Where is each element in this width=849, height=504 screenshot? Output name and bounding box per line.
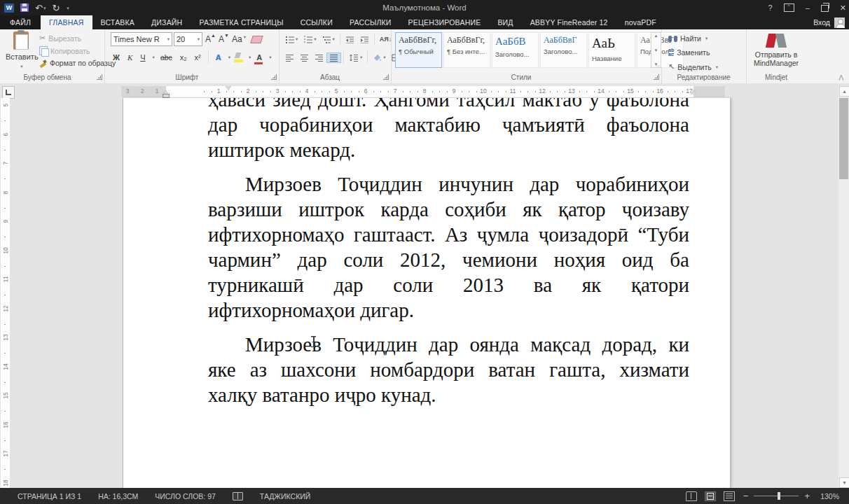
minimize-button[interactable]: – bbox=[806, 4, 810, 12]
copy-button[interactable]: Копировать bbox=[39, 46, 116, 55]
print-layout-icon[interactable] bbox=[705, 492, 715, 500]
font-name-combobox[interactable]: Times New R▾ bbox=[111, 32, 172, 46]
bold-button[interactable]: Ж bbox=[111, 52, 122, 62]
text-line[interactable]: ҳаваси зиёд дошт. Ҳангоми таҳсил мактаб … bbox=[208, 98, 689, 112]
undo-dropdown-icon[interactable]: ▾ bbox=[43, 6, 46, 10]
style-item-3[interactable]: АаБбВвГЗаголово... bbox=[540, 32, 587, 68]
scroll-down-icon[interactable]: ▼ bbox=[839, 477, 849, 488]
increase-indent-button[interactable] bbox=[358, 35, 371, 44]
scrollbar-thumb[interactable] bbox=[839, 98, 848, 179]
text-line[interactable]: Мирзоев Тоҷиддин инчунин дар чорабиниҳои bbox=[208, 172, 689, 197]
text-line[interactable]: иштирок мекард. bbox=[208, 137, 689, 162]
highlight-color-button[interactable] bbox=[234, 52, 244, 62]
ribbon-tab-0[interactable]: ФАЙЛ bbox=[0, 15, 41, 29]
clipboard-dialog-launcher[interactable] bbox=[97, 74, 102, 80]
text-line[interactable]: ифтихорномаҳо гаштааст. Аз ҷумла ҷоизадо… bbox=[208, 222, 689, 247]
ribbon-tab-7[interactable]: РЕЦЕНЗИРОВАНИЕ bbox=[400, 15, 490, 29]
grow-font-button[interactable]: А▲ bbox=[205, 34, 216, 44]
ribbon-tab-6[interactable]: РАССЫЛКИ bbox=[341, 15, 400, 29]
paste-button[interactable]: Вставить ▾ bbox=[6, 31, 36, 75]
text-line[interactable]: турникашӣ дар соли 2013 ва як қатори bbox=[208, 272, 689, 298]
text-line[interactable]: чармин” дар соли 2012, чемиони ноҳия оид… bbox=[208, 247, 689, 272]
shading-button[interactable]: ▾ bbox=[371, 53, 387, 62]
ribbon-tab-1[interactable]: ГЛАВНАЯ bbox=[41, 15, 92, 29]
web-layout-icon[interactable] bbox=[724, 491, 735, 501]
send-to-mindmanager-button[interactable]: Отправить в MindManager bbox=[750, 32, 803, 73]
superscript-button[interactable]: x² bbox=[193, 52, 203, 62]
ribbon-tab-5[interactable]: ССЫЛКИ bbox=[292, 15, 341, 29]
undo-button[interactable]: ↶▾ bbox=[35, 4, 46, 13]
restore-button[interactable] bbox=[821, 5, 829, 12]
tab-stop-selector[interactable] bbox=[2, 86, 15, 99]
zoom-level[interactable]: 130% bbox=[818, 492, 839, 500]
paragraph-dialog-launcher[interactable] bbox=[383, 74, 389, 80]
page-indicator[interactable]: СТРАНИЦА 1 ИЗ 1 bbox=[18, 492, 81, 500]
zoom-in-button[interactable]: + bbox=[804, 491, 810, 500]
zoom-slider[interactable]: − + bbox=[743, 491, 810, 500]
word-count-indicator[interactable]: ЧИСЛО СЛОВ: 97 bbox=[155, 492, 216, 500]
select-button[interactable]: ↖ Выделить▾ bbox=[668, 62, 718, 71]
styles-dialog-launcher[interactable] bbox=[654, 74, 659, 80]
style-item-4[interactable]: АаЬНазвание bbox=[588, 32, 635, 68]
zoom-track[interactable] bbox=[754, 496, 799, 496]
ribbon-tab-4[interactable]: РАЗМЕТКА СТРАНИЦЫ bbox=[191, 15, 291, 29]
zoom-out-button[interactable]: − bbox=[743, 491, 749, 500]
align-right-button[interactable] bbox=[312, 53, 326, 62]
help-button[interactable]: ? bbox=[768, 4, 773, 12]
bullets-button[interactable]: ▾ bbox=[283, 35, 300, 44]
language-indicator[interactable]: ТАДЖИКСКИЙ bbox=[260, 492, 311, 500]
find-button[interactable]: Найти▾ bbox=[668, 34, 708, 43]
document-text[interactable]: ҳаваси зиёд дошт. Ҳангоми таҳсил мактаб … bbox=[208, 98, 689, 407]
line-spacing-button[interactable]: ▾ bbox=[347, 53, 364, 62]
font-size-combobox[interactable]: 20▾ bbox=[174, 32, 202, 46]
gallery-more-icon[interactable]: ▼̲ bbox=[654, 62, 658, 66]
ribbon-tab-8[interactable]: ВИД bbox=[489, 15, 521, 29]
style-item-2[interactable]: АаБбВЗаголово... bbox=[492, 32, 539, 68]
style-item-0[interactable]: АаБбВвГг,¶ Обычный bbox=[395, 32, 442, 68]
replace-button[interactable]: abас Заменить bbox=[668, 48, 710, 57]
styles-gallery-scroll[interactable]: ▲ ▼ ▼̲ bbox=[651, 32, 661, 68]
text-line[interactable]: халқу ватанро иҷро кунад. bbox=[208, 382, 689, 407]
text-line[interactable]: яке аз шахсони номбардори ватан гашта, х… bbox=[208, 357, 689, 382]
numbering-button[interactable]: ▾ bbox=[301, 35, 318, 44]
ribbon-display-options-button[interactable]: ^ bbox=[784, 4, 794, 12]
strikethrough-button[interactable]: abc bbox=[158, 52, 174, 62]
sign-in[interactable]: Вход bbox=[813, 15, 845, 29]
redo-button[interactable]: ↻ bbox=[52, 4, 60, 13]
change-case-button[interactable]: Аа▾ bbox=[232, 34, 246, 44]
zoom-thumb[interactable] bbox=[778, 492, 780, 500]
save-button[interactable] bbox=[20, 4, 29, 12]
clear-formatting-button[interactable] bbox=[250, 36, 263, 43]
shrink-font-button[interactable]: А▼ bbox=[219, 34, 229, 44]
cut-button[interactable]: ✂ Вырезать bbox=[39, 34, 116, 43]
scroll-up-icon[interactable]: ▲ bbox=[839, 86, 849, 97]
collapse-ribbon-button[interactable]: ⋀ bbox=[838, 74, 843, 80]
italic-button[interactable]: К bbox=[125, 52, 134, 62]
align-left-button[interactable] bbox=[283, 53, 296, 62]
document-page[interactable]: ҳаваси зиёд дошт. Ҳангоми таҳсил мактаб … bbox=[123, 98, 731, 488]
align-center-button[interactable] bbox=[298, 53, 311, 62]
vertical-scrollbar[interactable]: ▲ ▼ bbox=[838, 86, 849, 488]
ribbon-tab-2[interactable]: ВСТАВКА bbox=[92, 15, 143, 29]
gallery-down-icon[interactable]: ▼ bbox=[654, 48, 658, 52]
horizontal-ruler[interactable]: 3211234567891011121314151617 bbox=[121, 86, 725, 97]
first-line-indent-marker[interactable] bbox=[226, 86, 231, 90]
justify-button[interactable] bbox=[327, 53, 340, 62]
text-line[interactable]: ифтихорномаҳои дигар. bbox=[208, 298, 689, 323]
close-button[interactable]: ✕ bbox=[840, 4, 846, 12]
ribbon-tab-9[interactable]: ABBYY FineReader 12 bbox=[522, 15, 616, 29]
underline-button[interactable]: Ч bbox=[138, 52, 147, 62]
underline-dropdown-icon[interactable]: ▾ bbox=[153, 55, 155, 60]
customize-qat-button[interactable]: ▾ bbox=[66, 6, 69, 10]
vertical-ruler[interactable]: 56789101112131415161718 bbox=[1, 98, 10, 488]
text-line[interactable]: Мирзоев Тоҷиддин дар оянда мақсад дорад,… bbox=[208, 332, 689, 357]
format-painter-button[interactable]: Формат по образцу bbox=[39, 59, 116, 67]
text-effects-button[interactable]: А bbox=[214, 52, 223, 62]
font-color-button[interactable]: А bbox=[254, 53, 264, 62]
font-dialog-launcher[interactable] bbox=[271, 74, 277, 80]
subscript-button[interactable]: x₂ bbox=[178, 52, 189, 62]
text-line[interactable]: дар чорабиниҳои мактабию ҷамъиятӣ фаъоло… bbox=[208, 112, 689, 137]
read-mode-icon[interactable] bbox=[686, 491, 697, 501]
style-item-1[interactable]: АаБбВвГг,¶ Без инте... bbox=[443, 32, 490, 68]
multilevel-list-button[interactable]: ▾ bbox=[320, 35, 337, 44]
